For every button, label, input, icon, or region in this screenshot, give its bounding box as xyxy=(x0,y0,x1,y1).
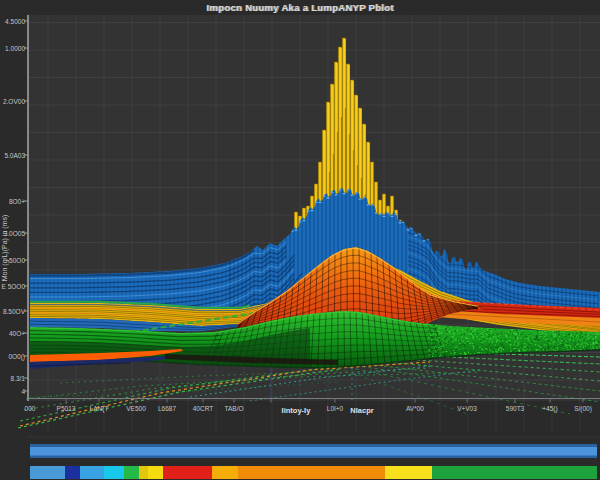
svg-text:50O0: 50O0 xyxy=(9,257,25,264)
svg-text:S/(00): S/(00) xyxy=(574,405,592,413)
svg-text:AV*00: AV*00 xyxy=(406,405,424,412)
svg-text:0O0(): 0O0() xyxy=(8,353,25,361)
svg-text:LAN(T: LAN(T xyxy=(90,405,109,413)
svg-text:+45(): +45() xyxy=(542,405,557,413)
svg-text:8.3/1: 8.3/1 xyxy=(11,375,26,382)
svg-text:40CRT: 40CRT xyxy=(193,405,214,412)
svg-text:5.0A03: 5.0A03 xyxy=(4,152,25,159)
svg-text:L6687: L6687 xyxy=(158,405,176,412)
svg-text:8O0+: 8O0+ xyxy=(9,198,25,205)
svg-text:590T3: 590T3 xyxy=(506,405,525,412)
svg-text:2.OV00: 2.OV00 xyxy=(3,98,25,105)
svg-text:NIacpr: NIacpr xyxy=(350,406,373,415)
svg-text:Iintoy-Iy: Iintoy-Iy xyxy=(282,406,312,415)
svg-text:000: 000 xyxy=(25,405,36,412)
svg-text:VE500: VE500 xyxy=(126,405,146,412)
svg-text:V+V03: V+V03 xyxy=(457,405,477,412)
svg-text:40O+: 40O+ xyxy=(9,330,25,337)
svg-text:4: 4 xyxy=(21,388,25,395)
svg-text:Impocn Nuumy Aka a LumpANYP Pb: Impocn Nuumy Aka a LumpANYP Pblot xyxy=(206,2,394,13)
svg-text:1.0000: 1.0000 xyxy=(5,45,25,52)
svg-text:8.50OV: 8.50OV xyxy=(3,308,26,315)
svg-text:P5013: P5013 xyxy=(57,405,76,412)
svg-text:E 5OO0: E 5OO0 xyxy=(2,283,26,290)
svg-text:Mon (g/L)(Pa) in (ms): Mon (g/L)(Pa) in (ms) xyxy=(1,215,9,282)
svg-text:4.5000: 4.5000 xyxy=(5,18,25,25)
svg-text:L0I+0: L0I+0 xyxy=(327,405,344,412)
svg-text:TAB/O: TAB/O xyxy=(224,405,243,412)
